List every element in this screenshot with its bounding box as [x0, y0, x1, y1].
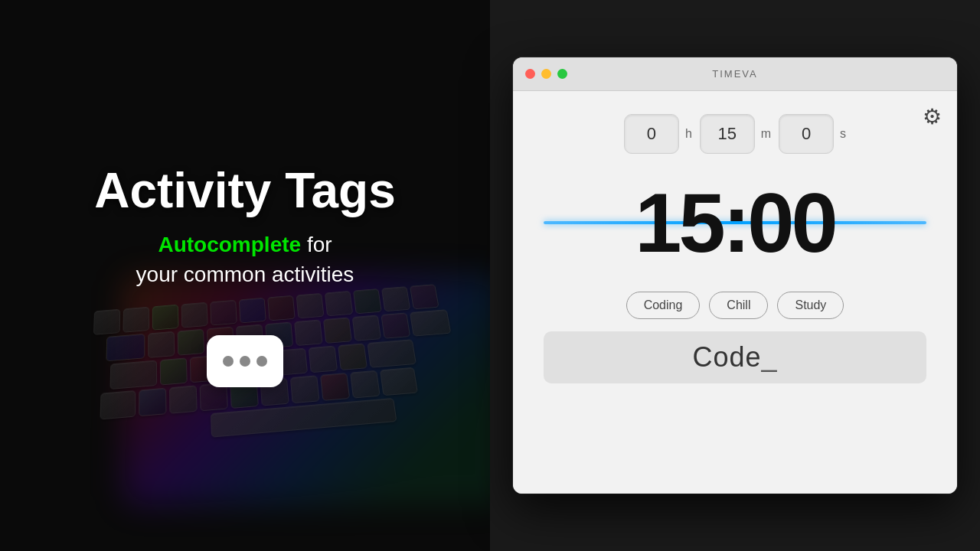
minimize-button[interactable] [541, 69, 551, 79]
window-title: TIMEVA [712, 68, 757, 80]
subtitle: Autocomplete foryour common activities [94, 230, 396, 289]
subtitle-highlight: Autocomplete [158, 233, 301, 256]
dot-3 [256, 356, 267, 367]
hours-group: 0 h [624, 114, 692, 154]
tag-study[interactable]: Study [777, 292, 844, 319]
left-panel: Activity Tags Autocomplete foryour commo… [0, 0, 490, 551]
dot-1 [223, 356, 234, 367]
seconds-group: 0 s [779, 114, 846, 154]
minutes-group: 15 m [700, 114, 771, 154]
seconds-input[interactable]: 0 [779, 114, 834, 154]
dots-box [207, 335, 283, 387]
keyboard-visual [87, 280, 490, 551]
hero-text: Activity Tags Autocomplete foryour commo… [94, 164, 396, 290]
activity-input[interactable]: Code_ [544, 331, 926, 383]
title-bar: TIMEVA [513, 57, 957, 91]
minutes-input[interactable]: 15 [700, 114, 755, 154]
activity-tags: Coding Chill Study [626, 292, 844, 319]
app-content: ⚙ 0 h 15 m 0 s 15:00 [513, 91, 957, 494]
hours-input[interactable]: 0 [624, 114, 679, 154]
right-panel: TIMEVA ⚙ 0 h 15 m 0 s [490, 0, 980, 551]
window-controls [525, 69, 567, 79]
timer-display: 15:00 [544, 177, 926, 269]
close-button[interactable] [525, 69, 535, 79]
app-window: TIMEVA ⚙ 0 h 15 m 0 s [513, 57, 957, 494]
maximize-button[interactable] [557, 69, 567, 79]
dot-2 [240, 356, 250, 367]
time-inputs: 0 h 15 m 0 s [624, 114, 846, 154]
minutes-label: m [761, 127, 771, 141]
settings-icon[interactable]: ⚙ [923, 106, 942, 128]
hours-label: h [685, 127, 692, 141]
main-title: Activity Tags [94, 164, 396, 217]
timer-text: 15:00 [635, 181, 835, 265]
tag-chill[interactable]: Chill [709, 292, 768, 319]
seconds-label: s [840, 127, 846, 141]
tag-coding[interactable]: Coding [626, 292, 701, 319]
cursor: _ [762, 341, 778, 373]
activity-input-value: Code [692, 341, 761, 373]
